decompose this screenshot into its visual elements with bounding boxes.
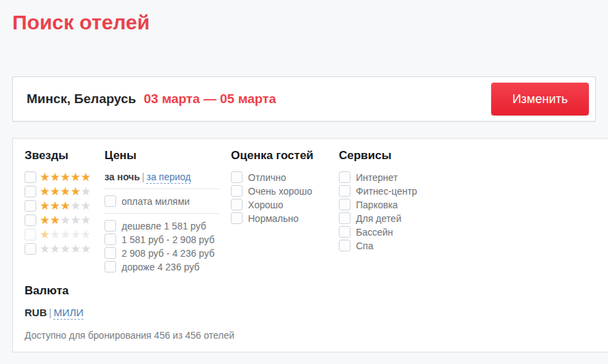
checkbox[interactable] — [105, 234, 116, 245]
checkbox[interactable] — [25, 171, 36, 183]
star-filled-icon: ★ — [50, 171, 60, 183]
stars-filter-column: Звезды ★★★★★ ★★★★★ ★★★★★ ★★★★★ — [25, 149, 91, 257]
star-empty-icon: ★ — [81, 243, 91, 255]
price-range-label: дороже 4 236 руб — [122, 262, 199, 272]
search-summary-text: Минск, Беларусь 03 марта — 05 марта — [27, 92, 276, 107]
service-option-row[interactable]: Парковка — [339, 199, 417, 210]
rating-option-row[interactable]: Отлично — [231, 171, 314, 183]
service-option-row[interactable]: Фитнес-центр — [339, 185, 417, 197]
star-empty-icon: ★ — [70, 214, 81, 226]
rating-option-row[interactable]: Хорошо — [231, 199, 314, 210]
star-rating-icons: ★★★★★ — [40, 186, 91, 197]
checkbox[interactable] — [339, 185, 350, 197]
star-filled-icon: ★ — [60, 200, 70, 212]
star-empty-icon: ★ — [81, 229, 91, 240]
pay-miles-label: оплата милями — [122, 196, 190, 207]
service-option-row[interactable]: Для детей — [339, 212, 417, 224]
price-mode-per-period-link[interactable]: за период — [146, 171, 191, 184]
price-range-label: 1 581 руб - 2 908 руб — [122, 234, 215, 245]
checkbox[interactable] — [231, 171, 243, 183]
checkbox[interactable] — [105, 195, 116, 207]
star-filter-row[interactable]: ★★★★★ — [25, 229, 91, 240]
checkbox[interactable] — [231, 185, 243, 197]
price-range-row[interactable]: дешевле 1 581 руб — [105, 220, 222, 232]
guest-rating-filter-column: Оценка гостей Отлично Очень хорошо Хорош… — [231, 149, 314, 226]
rating-option-row[interactable]: Нормально — [231, 212, 314, 224]
price-mode-per-night: за ночь — [105, 171, 140, 182]
separator: | — [49, 307, 52, 318]
service-option-row[interactable]: Бассейн — [339, 226, 417, 238]
service-option-row[interactable]: Спа — [339, 240, 417, 251]
checkbox[interactable] — [25, 229, 36, 240]
star-rating-icons: ★★★★★ — [40, 200, 91, 212]
rating-option-label: Нормально — [248, 213, 299, 224]
star-filled-icon: ★ — [50, 214, 60, 226]
checkbox[interactable] — [25, 186, 36, 197]
star-filter-row[interactable]: ★★★★★ — [25, 200, 91, 212]
star-filled-icon: ★ — [40, 229, 50, 240]
service-option-label: Парковка — [356, 199, 398, 210]
service-option-label: Интернет — [356, 172, 398, 183]
star-empty-icon: ★ — [50, 229, 60, 240]
star-filter-row[interactable]: ★★★★★ — [25, 243, 91, 255]
star-filter-row[interactable]: ★★★★★ — [25, 171, 91, 183]
prices-filter-column: Цены за ночь|за период оплата милями деш… — [105, 149, 222, 275]
checkbox[interactable] — [105, 220, 116, 232]
rating-option-row[interactable]: Очень хорошо — [231, 185, 314, 197]
services-list: Интернет Фитнес-центр Парковка Для детей… — [339, 171, 417, 251]
price-range-row[interactable]: 1 581 руб - 2 908 руб — [105, 234, 222, 245]
star-filter-row[interactable]: ★★★★★ — [25, 186, 91, 197]
star-filled-icon: ★ — [40, 186, 50, 197]
filters-panel: Звезды ★★★★★ ★★★★★ ★★★★★ ★★★★★ — [12, 138, 608, 352]
star-rating-icons: ★★★★★ — [40, 171, 91, 183]
checkbox[interactable] — [25, 200, 36, 212]
star-filled-icon: ★ — [70, 171, 81, 183]
star-empty-icon: ★ — [60, 214, 70, 226]
price-mode-toggle: за ночь|за период — [105, 171, 222, 182]
star-empty-icon: ★ — [81, 200, 91, 212]
currency-block: Валюта RUB|МИЛИ — [25, 284, 83, 318]
service-option-row[interactable]: Интернет — [339, 171, 417, 183]
currency-toggle: RUB|МИЛИ — [25, 307, 83, 318]
services-filter-column: Сервисы Интернет Фитнес-центр Парковка Д… — [339, 149, 417, 253]
currency-miles-link[interactable]: МИЛИ — [53, 307, 83, 320]
checkbox[interactable] — [339, 240, 350, 251]
star-empty-icon: ★ — [70, 200, 81, 212]
checkbox[interactable] — [339, 171, 350, 183]
divider — [105, 213, 219, 214]
star-filled-icon: ★ — [81, 171, 91, 183]
star-filled-icon: ★ — [40, 200, 50, 212]
pay-miles-row[interactable]: оплата милями — [105, 195, 222, 207]
checkbox[interactable] — [105, 261, 116, 272]
currency-title: Валюта — [25, 284, 83, 298]
checkbox[interactable] — [231, 212, 243, 224]
star-filled-icon: ★ — [70, 186, 81, 197]
checkbox[interactable] — [231, 199, 243, 210]
services-filter-title: Сервисы — [339, 149, 417, 163]
star-empty-icon: ★ — [81, 186, 91, 197]
service-option-label: Фитнес-центр — [356, 186, 417, 197]
star-rating-icons: ★★★★★ — [40, 214, 91, 226]
price-range-row[interactable]: дороже 4 236 руб — [105, 261, 222, 272]
checkbox[interactable] — [339, 199, 350, 210]
rating-option-label: Хорошо — [248, 199, 284, 210]
star-empty-icon: ★ — [40, 243, 50, 255]
checkbox[interactable] — [339, 212, 350, 224]
service-option-label: Бассейн — [356, 227, 393, 238]
checkbox[interactable] — [105, 247, 116, 259]
checkbox[interactable] — [25, 214, 36, 226]
price-range-list: дешевле 1 581 руб 1 581 руб - 2 908 руб … — [105, 220, 222, 272]
star-filled-icon: ★ — [50, 200, 60, 212]
star-empty-icon: ★ — [81, 214, 91, 226]
search-location: Минск, Беларусь — [27, 92, 136, 106]
change-search-button[interactable]: Изменить — [491, 83, 589, 115]
price-range-row[interactable]: 2 908 руб - 4 236 руб — [105, 247, 222, 259]
checkbox[interactable] — [25, 243, 36, 255]
checkbox[interactable] — [339, 226, 350, 238]
star-empty-icon: ★ — [50, 243, 60, 255]
search-summary-bar: Минск, Беларусь 03 марта — 05 марта Изме… — [12, 76, 596, 122]
price-range-label: дешевле 1 581 руб — [122, 221, 206, 232]
star-filled-icon: ★ — [60, 186, 70, 197]
star-filter-row[interactable]: ★★★★★ — [25, 214, 91, 226]
star-rating-icons: ★★★★★ — [40, 243, 91, 255]
